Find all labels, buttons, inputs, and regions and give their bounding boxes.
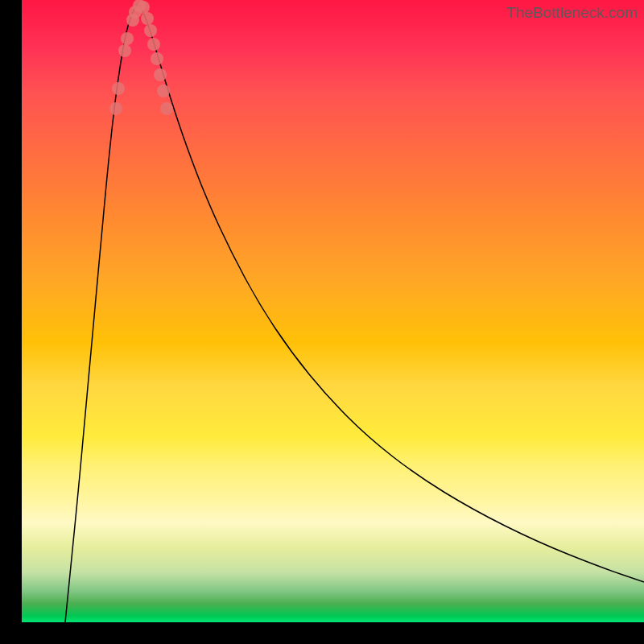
watermark-text: TheBottleneck.com — [506, 4, 638, 22]
chart-background — [22, 0, 644, 622]
